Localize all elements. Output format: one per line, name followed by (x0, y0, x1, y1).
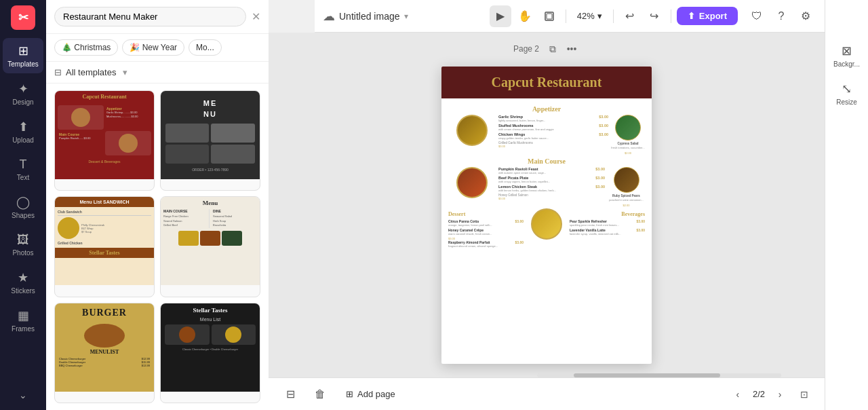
resize-button[interactable]: ⤡ Resize (828, 76, 866, 111)
expand-pages-button[interactable]: ⊡ (795, 385, 814, 404)
horizontal-scrollbar[interactable] (537, 373, 781, 377)
sidebar-item-stickers[interactable]: ★ Stickers (3, 265, 43, 300)
templates-grid: Capcut Restaurant Appetizer Garlic Shrim… (46, 83, 269, 410)
add-page-label: Add page (357, 389, 395, 399)
export-icon: ⬆ (688, 11, 695, 21)
search-clear-button[interactable]: ✕ (252, 10, 260, 23)
sidebar-item-label: Templates (7, 60, 39, 68)
text-icon: T (20, 157, 27, 172)
sidebar-item-label: Upload (12, 136, 34, 144)
frame-tool-button[interactable] (538, 5, 560, 27)
photos-icon: 🖼 (17, 233, 29, 247)
tab-new-year[interactable]: 🎉 New Year (122, 39, 184, 56)
search-area: ✕ (46, 0, 269, 34)
add-page-button[interactable]: ⊞ Add page (339, 385, 402, 403)
prev-page-button[interactable]: ‹ (728, 385, 747, 404)
menu-title: Capcut Restaurant (441, 67, 652, 98)
menu-canvas[interactable]: Capcut Restaurant Appetizer Garlic Shrim… (441, 67, 652, 364)
tool-separator (566, 10, 566, 23)
more-options-button[interactable]: ••• (564, 41, 580, 57)
next-page-button[interactable]: › (770, 385, 789, 404)
sidebar-item-photos[interactable]: 🖼 Photos (3, 227, 43, 262)
appetizer-title: Appetizer (448, 105, 645, 113)
sidebar-item-templates[interactable]: ⊞ Templates (3, 38, 43, 73)
frames-icon: ▦ (18, 308, 29, 323)
resize-label: Resize (836, 98, 857, 106)
tabs-row: 🎄 Christmas 🎉 New Year Mo... (46, 34, 269, 62)
redo-button[interactable]: ↪ (644, 5, 665, 27)
zoom-value: 42% (577, 11, 595, 21)
header-right-icons: 🛡 ? ⚙ (746, 5, 816, 27)
right-panel: ⊠ Backgr... ⤡ Resize (825, 0, 868, 410)
zoom-separator (613, 10, 614, 23)
page-navigation: ‹ 2/2 › ⊡ (728, 385, 814, 404)
zoom-chevron-icon: ▾ (597, 11, 602, 21)
export-label: Export (699, 11, 727, 21)
delete-button[interactable]: 🗑 (309, 384, 331, 405)
template-card-5[interactable]: BURGER MENULIST Classic Cheeseburger$12.… (54, 303, 155, 403)
select-tool-button[interactable]: ▶ (490, 5, 511, 27)
scrollbar-thumb[interactable] (574, 373, 720, 377)
beverages-title: Beverages (570, 211, 645, 217)
tab-more[interactable]: Mo... (189, 39, 222, 56)
template-card-4[interactable]: Menu MAIN COURSE Range Free ChickenSeare… (160, 196, 260, 297)
grid-icon: ⊟ (54, 67, 62, 77)
background-button[interactable]: ⊠ Backgr... (828, 38, 866, 73)
template-card-1[interactable]: Capcut Restaurant Appetizer Garlic Shrim… (54, 90, 155, 191)
bottom-bar: ⊟ 🗑 ⊞ Add page ‹ 2/2 › ⊡ (269, 377, 825, 410)
sidebar-item-upload[interactable]: ⬆ Upload (3, 114, 43, 149)
layout-button[interactable]: ⊟ (279, 384, 301, 405)
sidebar-item-text[interactable]: T Text (3, 152, 43, 187)
sidebar-item-label: Stickers (11, 287, 35, 295)
title-chevron-icon[interactable]: ▾ (404, 12, 408, 21)
zoom-control[interactable]: 42% ▾ (572, 8, 608, 24)
template-card-2[interactable]: ME NU ORDER • 123-456-7890 (160, 90, 260, 191)
all-templates-label: All templates (66, 67, 116, 77)
page-label-container: Page 2 ⧉ ••• (513, 41, 580, 57)
sidebar-item-label: Frames (12, 325, 35, 333)
stickers-icon: ★ (18, 270, 28, 285)
sidebar-item-label: Photos (12, 249, 33, 257)
templates-icon: ⊞ (18, 43, 28, 58)
all-templates-row[interactable]: ⊟ All templates ▾ (46, 62, 269, 83)
page-indicator: 2/2 (753, 389, 765, 399)
template-card-6[interactable]: Stellar Tastes Menu List Classic Cheeseb… (160, 303, 260, 403)
menu-body: Appetizer Garlic Shrimp $3.00 lightly se… (441, 98, 652, 252)
canvas-area[interactable]: Page 2 ⧉ ••• Capcut Restaurant Appetizer (269, 33, 825, 377)
app-logo[interactable]: ✂ (11, 5, 35, 30)
cloud-icon: ☁ (323, 9, 335, 24)
hand-tool-button[interactable]: ✋ (514, 5, 536, 27)
template-card-3[interactable]: Menu List SANDWICH Club Sandwich Philly … (54, 196, 155, 297)
dessert-title: Dessert (448, 211, 524, 217)
templates-panel: ✕ 🎄 Christmas 🎉 New Year Mo... ⊟ All tem… (46, 0, 269, 410)
main-course-title: Main Course (448, 157, 645, 165)
header-left: ☁ Untitled image ▾ (323, 9, 408, 24)
background-icon: ⊠ (842, 43, 852, 58)
help-button[interactable]: ? (770, 5, 792, 27)
search-input[interactable] (54, 7, 246, 26)
redo-separator (671, 10, 671, 23)
document-title[interactable]: Untitled image (339, 11, 400, 22)
undo-button[interactable]: ↩ (619, 5, 641, 27)
sidebar-item-shapes[interactable]: ◯ Shapes (3, 189, 43, 225)
header-tools: ▶ ✋ 42% ▾ ↩ ↪ ⬆ Export 🛡 (490, 5, 816, 27)
copy-page-button[interactable]: ⧉ (545, 41, 561, 57)
tab-christmas[interactable]: 🎄 Christmas (54, 39, 118, 56)
left-sidebar: ✂ ⊞ Templates ✦ Design ⬆ Upload T Text ◯… (0, 0, 46, 410)
header: ☁ Untitled image ▾ ▶ ✋ 42% ▾ ↩ ↪ ⬆ (315, 0, 825, 33)
resize-icon: ⤡ (842, 81, 852, 96)
settings-button[interactable]: ⚙ (795, 5, 816, 27)
sidebar-item-frames[interactable]: ▦ Frames (3, 303, 43, 338)
shapes-icon: ◯ (16, 195, 30, 210)
export-button[interactable]: ⬆ Export (677, 7, 738, 25)
page-label: Page 2 (513, 44, 539, 54)
design-icon: ✦ (18, 81, 28, 96)
shield-icon-button[interactable]: 🛡 (746, 5, 768, 27)
upload-icon: ⬆ (18, 119, 28, 134)
chevron-down-icon: ▾ (123, 67, 127, 77)
sidebar-item-label: Shapes (12, 212, 35, 219)
svg-rect-1 (547, 14, 552, 19)
page-actions: ⧉ ••• (545, 41, 580, 57)
sidebar-item-design[interactable]: ✦ Design (3, 76, 43, 111)
sidebar-collapse-button[interactable]: ⌄ (3, 386, 43, 405)
